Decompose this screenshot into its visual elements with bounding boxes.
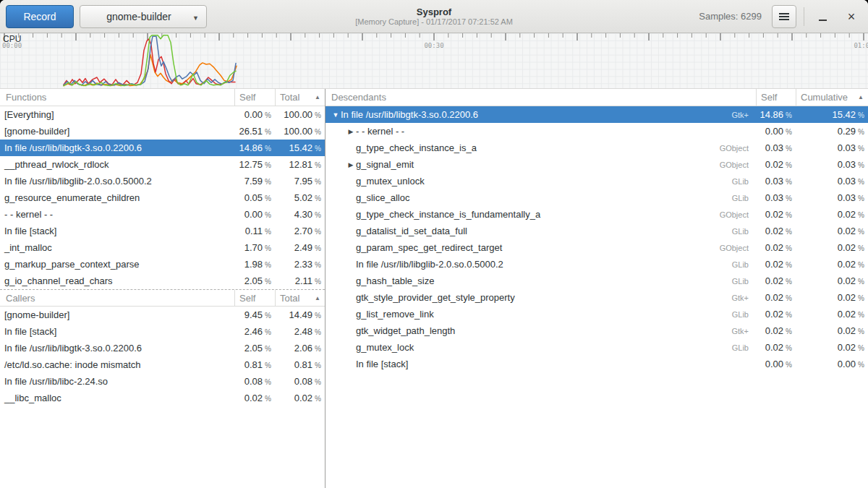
tree-row[interactable]: g_param_spec_get_redirect_targetGObject0… [326,239,868,256]
functions-self-column-header[interactable]: Self [234,89,275,106]
tree-row[interactable]: g_datalist_id_set_data_fullGLib0.02%0.02… [326,223,868,239]
percent-value: 2.33% [275,259,325,270]
table-row[interactable]: In file /usr/lib/libgtk-3.so.0.2200.62.0… [0,340,325,356]
descendant-name: g_mutex_unlock [356,176,425,187]
table-row[interactable]: g_resource_enumerate_children0.05%5.02% [0,189,325,206]
tree-row[interactable]: In file /usr/lib/libglib-2.0.so.0.5000.2… [326,256,868,273]
tree-row[interactable]: ▶- - kernel - -0.00%0.29% [326,123,868,140]
process-selector-dropdown[interactable]: gnome-builder ▼ [80,5,207,28]
chevron-down-icon: ▼ [192,14,199,22]
tree-name-cell: g_param_spec_get_redirect_targetGObject [326,242,756,253]
table-row[interactable]: __pthread_rwlock_rdlock12.75%12.81% [0,156,325,173]
tree-row[interactable]: ▼In file /usr/lib/libgtk-3.so.0.2200.6Gt… [326,106,868,123]
percent-value: 0.11% [234,226,275,236]
tree-name-cell: g_type_check_instance_is_aGObject [326,142,756,153]
percent-value: 100.00% [275,109,325,120]
tree-row[interactable]: g_mutex_lockGLib0.02%0.02% [326,339,868,356]
table-row[interactable]: __libc_malloc0.02%0.02% [0,390,325,406]
percent-value: 0.02% [796,275,868,286]
percent-value: 2.49% [275,242,325,253]
percent-value: 0.08% [234,376,275,387]
table-row[interactable]: [gnome-builder]9.45%14.49% [0,307,325,323]
category-label: GLib [732,310,756,319]
percent-value: 0.03% [796,192,868,203]
descendant-name: g_type_check_instance_is_a [356,142,477,153]
expander-closed-icon[interactable]: ▶ [346,128,356,135]
descendants-self-column-header[interactable]: Self [756,89,796,106]
percent-value: 0.02% [796,292,868,303]
percent-value: 7.95% [275,176,325,187]
tree-row[interactable]: g_slice_allocGLib0.03%0.03% [326,189,868,206]
percent-value: 0.02% [756,226,796,236]
descendants-cumulative-column-header[interactable]: Cumulative ▲ [796,89,868,106]
percent-value: 0.03% [756,142,796,153]
table-row[interactable]: In file /usr/lib/libgtk-3.so.0.2200.614.… [0,140,325,156]
tree-name-cell: gtk_widget_path_lengthGtk+ [326,325,756,336]
tree-row[interactable]: In file [stack]0.00%0.00% [326,356,868,372]
tree-row[interactable]: g_hash_table_sizeGLib0.02%0.02% [326,273,868,289]
table-row[interactable]: g_io_channel_read_chars2.05%2.11% [0,273,325,289]
descendants-column-header[interactable]: Descendants [326,89,756,106]
table-row[interactable]: g_markup_parse_context_parse1.98%2.33% [0,256,325,273]
table-row[interactable]: /etc/ld.so.cache: inode mismatch0.81%0.8… [0,356,325,373]
percent-value: 100.00% [275,126,325,137]
callers-self-column-header[interactable]: Self [234,290,275,306]
percent-value: 2.48% [275,326,325,337]
descendant-name: In file [stack] [356,359,408,369]
percent-value: 14.49% [275,309,325,320]
tree-row[interactable]: ▶g_signal_emitGObject0.02%0.03% [326,156,868,173]
category-label: Gtk+ [731,111,756,119]
record-button[interactable]: Record [6,5,74,28]
expander-closed-icon[interactable]: ▶ [346,161,356,168]
table-row[interactable]: In file [stack]0.11%2.70% [0,223,325,239]
tree-name-cell: In file [stack] [326,359,756,369]
cpu-orange-line [64,54,237,85]
callers-column-header[interactable]: Callers [0,290,234,306]
tree-name-cell: ▶- - kernel - - [326,126,756,137]
hamburger-icon [779,13,789,20]
category-label: GLib [732,227,756,236]
percent-value: 0.29% [796,126,868,137]
tree-row[interactable]: g_list_remove_linkGLib0.02%0.02% [326,306,868,322]
tree-row[interactable]: g_mutex_unlockGLib0.03%0.03% [326,173,868,189]
descendant-name: g_signal_emit [356,159,414,170]
table-row[interactable]: In file /usr/lib/libglib-2.0.so.0.5000.2… [0,173,325,189]
percent-value: 2.46% [234,326,275,337]
time-tick-label: 01:00 [854,42,868,49]
tree-row[interactable]: g_type_check_instance_is_fundamentally_a… [326,206,868,223]
descendant-name: In file /usr/lib/libgtk-3.so.0.2200.6 [341,109,478,120]
tree-row[interactable]: gtk_widget_path_lengthGtk+0.02%0.02% [326,322,868,339]
percent-value: 0.02% [756,259,796,270]
category-label: GLib [732,194,756,202]
table-row[interactable]: - - kernel - -0.00%4.30% [0,206,325,223]
callers-total-column-header[interactable]: Total ▲ [275,290,325,306]
function-name: In file [stack] [0,326,234,337]
category-label: GObject [720,144,756,153]
percent-value: 12.81% [275,159,325,170]
percent-value: 0.03% [796,159,868,170]
table-row[interactable]: In file [stack]2.46%2.48% [0,323,325,340]
expander-open-icon[interactable]: ▼ [331,111,341,119]
functions-column-header[interactable]: Functions [0,89,234,106]
percent-value: 0.03% [756,192,796,203]
cpu-graph[interactable]: CPU 00:0000:3001:00 [0,33,868,89]
tree-row[interactable]: gtk_style_provider_get_style_propertyGtk… [326,289,868,306]
table-row[interactable]: _int_malloc1.70%2.49% [0,239,325,256]
tree-row[interactable]: g_type_check_instance_is_aGObject0.03%0.… [326,140,868,156]
percent-value: 15.42% [796,109,868,120]
tree-name-cell: ▶g_signal_emitGObject [326,159,756,170]
function-name: [gnome-builder] [0,126,234,137]
percent-value: 0.02% [796,259,868,270]
callers-header-row: Callers Self Total ▲ [0,289,325,307]
menu-button[interactable] [772,5,796,28]
functions-total-column-header[interactable]: Total ▲ [275,89,325,106]
table-row[interactable]: In file /usr/lib/libc-2.24.so0.08%0.08% [0,373,325,390]
minimize-button[interactable] [812,6,833,27]
table-row[interactable]: [Everything]0.00%100.00% [0,106,325,123]
close-button[interactable]: × [841,6,862,27]
sort-ascending-icon: ▲ [854,94,864,100]
function-name: In file /usr/lib/libc-2.24.so [0,376,234,387]
table-row[interactable]: [gnome-builder]26.51%100.00% [0,123,325,140]
minimize-icon [819,20,827,21]
sort-ascending-icon: ▲ [310,295,320,301]
